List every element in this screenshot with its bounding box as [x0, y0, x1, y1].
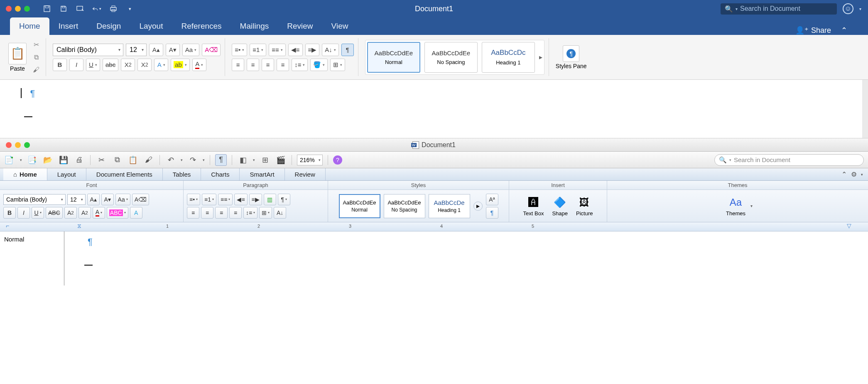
tab-insert[interactable]: Insert: [49, 17, 88, 35]
style-normal[interactable]: AaBbCcDdEe Normal: [339, 194, 380, 218]
style-heading-1[interactable]: AaBbCcDc Heading 1: [482, 42, 535, 73]
save-icon[interactable]: [59, 4, 68, 13]
style-area-pane[interactable]: Normal: [0, 231, 64, 286]
borders-button[interactable]: ⊞: [330, 59, 345, 71]
close-window[interactable]: [6, 6, 12, 12]
tab-design[interactable]: Design: [87, 17, 130, 35]
columns-button[interactable]: ▥: [264, 194, 276, 205]
bold-button[interactable]: B: [3, 207, 16, 219]
superscript-button[interactable]: X2: [137, 59, 152, 71]
tab-selector-icon[interactable]: ⌐: [6, 222, 9, 229]
italic-button[interactable]: I: [69, 59, 83, 71]
zoom-window[interactable]: [24, 6, 30, 12]
show-marks-icon[interactable]: ¶: [215, 154, 227, 166]
paste-button[interactable]: 📋: [8, 43, 27, 64]
change-case-button[interactable]: Aa: [182, 44, 199, 56]
strikethrough-button[interactable]: abc: [103, 59, 118, 71]
indent-marker-icon[interactable]: ⧖: [77, 222, 81, 229]
decrease-indent-button[interactable]: ◀≡: [234, 194, 247, 205]
font-size-combo[interactable]: 12: [67, 194, 86, 205]
bullets-button[interactable]: ≡•: [187, 194, 200, 205]
insert-shape-button[interactable]: 🔷 Shape: [549, 195, 571, 217]
tab-smartart[interactable]: SmartArt: [240, 168, 284, 180]
numbering-button[interactable]: ≡1: [250, 44, 266, 56]
underline-button[interactable]: U: [32, 207, 44, 219]
line-spacing-button[interactable]: ↕≡: [292, 59, 308, 71]
tab-document-elements[interactable]: Document Elements: [86, 168, 163, 180]
media-browser-icon[interactable]: 🎬: [275, 154, 287, 166]
zoom-window[interactable]: [24, 142, 30, 148]
redo-icon[interactable]: ↷: [187, 154, 199, 166]
font-name-combo[interactable]: Calibri (Body): [53, 44, 123, 56]
bold-button[interactable]: B: [53, 59, 67, 71]
highlight-button[interactable]: ABC: [107, 207, 128, 219]
close-window[interactable]: [6, 142, 12, 148]
font-color-button[interactable]: A: [192, 59, 206, 71]
collapse-ribbon-icon[interactable]: ⌃: [841, 26, 847, 35]
align-center-button[interactable]: ≡: [201, 207, 213, 219]
help-icon[interactable]: ?: [333, 155, 342, 165]
tab-references[interactable]: References: [172, 17, 230, 35]
style-no-spacing[interactable]: AaBbCcDdEe No Spacing: [384, 194, 425, 218]
justify-button[interactable]: ≡: [229, 207, 242, 219]
tab-layout[interactable]: Layout: [47, 168, 86, 180]
style-no-spacing[interactable]: AaBbCcDdEe No Spacing: [424, 42, 478, 73]
zoom-combo[interactable]: 216%: [297, 155, 323, 165]
numbering-button[interactable]: ≡1: [202, 194, 216, 205]
font-name-combo[interactable]: Cambria (Body): [3, 194, 66, 205]
sidebar-icon[interactable]: ◧: [237, 154, 249, 166]
styles-pane-button[interactable]: ¶ Styles Pane: [556, 45, 587, 69]
print-icon[interactable]: 🖨: [74, 154, 85, 166]
format-painter-icon[interactable]: 🖌: [31, 65, 42, 75]
text-direction-button[interactable]: ¶: [278, 194, 290, 205]
text-effects-button[interactable]: A: [154, 59, 168, 71]
cut-icon[interactable]: ✂: [96, 154, 107, 166]
align-right-button[interactable]: ≡: [262, 59, 274, 71]
ribbon-options-icon[interactable]: ⚙: [851, 170, 857, 178]
increase-indent-button[interactable]: ≡▶: [249, 194, 262, 205]
share-button[interactable]: 👤⁺ Share ⌃: [795, 26, 847, 35]
tab-view[interactable]: View: [322, 17, 358, 35]
page-content[interactable]: ¶ —: [64, 231, 868, 286]
search-box[interactable]: 🔍▾ Search in Document: [721, 3, 837, 15]
cut-icon[interactable]: ✂: [31, 40, 42, 50]
autosave-icon[interactable]: [42, 4, 51, 13]
italic-button[interactable]: I: [17, 207, 30, 219]
tab-home[interactable]: ⌂Home: [3, 168, 47, 180]
underline-button[interactable]: U: [86, 59, 100, 71]
feedback-dropdown[interactable]: ▾: [859, 7, 861, 11]
paste-icon[interactable]: 📋: [127, 154, 139, 166]
insert-textbox-button[interactable]: 🅰 Text Box: [520, 195, 547, 217]
style-normal[interactable]: AaBbCcDdEe Normal: [367, 42, 420, 73]
clear-formatting-button[interactable]: A⌫: [202, 44, 221, 56]
font-size-combo[interactable]: 12: [126, 44, 147, 56]
sort-button[interactable]: A↓: [274, 207, 286, 219]
justify-button[interactable]: ≡: [277, 59, 289, 71]
subscript-button[interactable]: A2: [78, 207, 91, 219]
shrink-font-button[interactable]: A▾: [101, 194, 114, 205]
tab-tables[interactable]: Tables: [163, 168, 201, 180]
customize-qat-icon[interactable]: ▾: [125, 4, 135, 13]
borders-button[interactable]: ⊞: [259, 207, 272, 219]
horizontal-ruler[interactable]: ⌐ ⧖ 1 2 3 4 5 ▽: [0, 222, 868, 231]
increase-indent-button[interactable]: ≡▶: [305, 44, 320, 56]
text-effects-button[interactable]: A: [130, 207, 142, 219]
sort-button[interactable]: A↓: [322, 44, 339, 56]
tab-layout[interactable]: Layout: [130, 17, 172, 35]
tab-charts[interactable]: Charts: [201, 168, 240, 180]
align-center-button[interactable]: ≡: [247, 59, 259, 71]
font-color-button[interactable]: A: [93, 207, 105, 219]
touch-mode-icon[interactable]: [76, 4, 85, 13]
manage-styles-icon[interactable]: ¶: [486, 207, 498, 219]
decrease-indent-button[interactable]: ◀≡: [288, 44, 303, 56]
minimize-window[interactable]: [15, 6, 21, 12]
clear-formatting-button[interactable]: A⌫: [132, 194, 149, 205]
print-icon[interactable]: [109, 4, 118, 13]
document-area[interactable]: ¶ —: [0, 80, 868, 138]
strikethrough-button[interactable]: ABC: [46, 207, 63, 219]
insert-picture-button[interactable]: 🖼 Picture: [573, 195, 596, 217]
shading-button[interactable]: 🪣: [310, 59, 328, 71]
tab-review[interactable]: Review: [285, 168, 326, 180]
align-left-button[interactable]: ≡: [187, 207, 199, 219]
copy-icon[interactable]: ⧉: [111, 154, 123, 166]
